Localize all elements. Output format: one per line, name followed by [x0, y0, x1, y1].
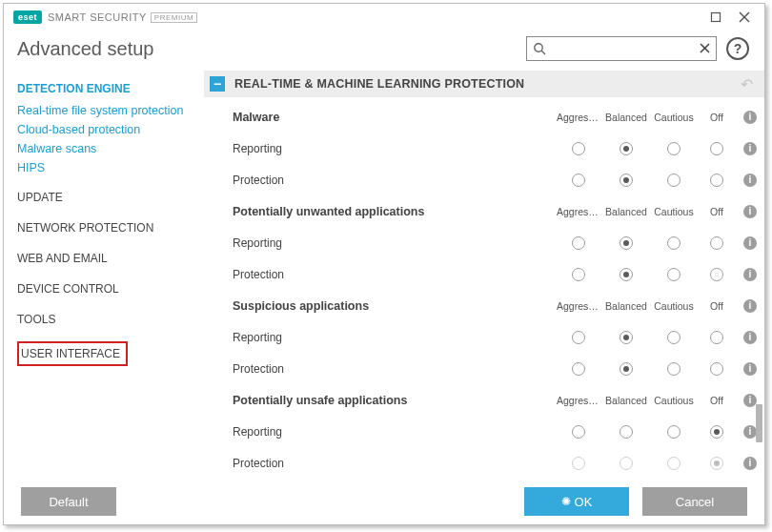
- sidebar-cat-update[interactable]: UPDATE: [17, 185, 204, 210]
- footer: Default ✺ OK Cancel: [4, 479, 764, 524]
- header-row: Advanced setup ?: [4, 31, 764, 71]
- column-header: Balanced: [602, 395, 650, 406]
- sidebar-sub-malware-scans[interactable]: Malware scans: [17, 139, 204, 158]
- radio-option: [710, 457, 723, 470]
- row-label: Reporting: [233, 142, 555, 155]
- svg-line-4: [541, 51, 545, 54]
- scrollbar-thumb[interactable]: [756, 404, 762, 442]
- sidebar-cat-tools[interactable]: TOOLS: [17, 307, 204, 332]
- radio-option[interactable]: [710, 268, 723, 281]
- sidebar-sub-cloud-based-protection[interactable]: Cloud-based protection: [17, 120, 204, 139]
- radio-option[interactable]: [620, 174, 633, 187]
- sidebar: DETECTION ENGINE Real-time file system p…: [4, 71, 204, 479]
- sidebar-cat-device-control[interactable]: DEVICE CONTROL: [17, 276, 204, 301]
- radio-option[interactable]: [572, 425, 585, 439]
- x-icon: [700, 43, 710, 53]
- radio-option[interactable]: [620, 142, 633, 155]
- radio-option[interactable]: [572, 142, 585, 155]
- main-panel: − REAL-TIME & MACHINE LEARNING PROTECTIO…: [204, 71, 764, 479]
- radio-option[interactable]: [572, 331, 585, 344]
- search-input[interactable]: [546, 42, 698, 55]
- radio-option[interactable]: [572, 362, 585, 376]
- group-label: Potentially unsafe applications: [233, 394, 555, 407]
- sidebar-cat-detection-engine[interactable]: DETECTION ENGINE: [17, 76, 204, 101]
- row-label: Protection: [233, 268, 555, 281]
- column-header: Off: [698, 300, 736, 312]
- row-label: Protection: [233, 457, 555, 470]
- column-header: Off: [698, 395, 736, 406]
- column-header: Aggress...: [555, 206, 602, 217]
- radio-option[interactable]: [572, 174, 585, 187]
- undo-icon[interactable]: ↶: [741, 75, 753, 93]
- radio-option[interactable]: [667, 236, 681, 250]
- svg-rect-0: [712, 13, 721, 22]
- column-header: Cautious: [650, 206, 698, 217]
- radio-option[interactable]: [620, 425, 633, 439]
- radio-option[interactable]: [710, 425, 723, 439]
- radio-option[interactable]: [620, 362, 633, 376]
- column-header: Aggress...: [555, 395, 602, 406]
- section-header: − REAL-TIME & MACHINE LEARNING PROTECTIO…: [204, 71, 764, 97]
- radio-option[interactable]: [620, 331, 633, 344]
- cancel-button[interactable]: Cancel: [642, 487, 747, 516]
- app-window: eset SMART SECURITY PREMIUM Advanced set…: [3, 3, 765, 525]
- group-label: Suspicious applications: [233, 299, 555, 313]
- radio-option[interactable]: [667, 142, 681, 155]
- ok-label: OK: [575, 495, 593, 509]
- help-button[interactable]: ?: [726, 37, 749, 60]
- radio-option[interactable]: [667, 425, 681, 439]
- square-icon: [710, 11, 721, 23]
- body: DETECTION ENGINE Real-time file system p…: [4, 71, 764, 479]
- radio-option[interactable]: [572, 236, 585, 250]
- radio-option[interactable]: [710, 362, 723, 376]
- section-title: REAL-TIME & MACHINE LEARNING PROTECTION: [234, 77, 524, 91]
- minimize-button[interactable]: [701, 8, 730, 27]
- sidebar-sub-hips[interactable]: HIPS: [17, 158, 204, 177]
- minus-icon: −: [213, 76, 221, 92]
- group-label: Malware: [233, 111, 555, 124]
- row-label: Protection: [233, 362, 555, 376]
- radio-option: [620, 457, 633, 470]
- sidebar-cat-web-and-email[interactable]: WEB AND EMAIL: [17, 246, 204, 271]
- question-icon: ?: [734, 41, 742, 56]
- collapse-button[interactable]: −: [210, 76, 225, 92]
- default-button[interactable]: Default: [21, 487, 116, 516]
- edition-badge: PREMIUM: [151, 12, 197, 23]
- close-button[interactable]: [730, 8, 759, 27]
- titlebar: eset SMART SECURITY PREMIUM: [4, 4, 764, 31]
- column-header: Balanced: [602, 206, 650, 217]
- radio-option[interactable]: [710, 331, 723, 344]
- settings-grid: MalwareAggress...BalancedCautiousOffiRep…: [204, 97, 764, 479]
- radio-option[interactable]: [667, 174, 681, 187]
- gear-icon: ✺: [561, 495, 571, 508]
- radio-option[interactable]: [710, 236, 723, 250]
- search-clear-button[interactable]: [698, 41, 712, 56]
- sidebar-sub-real-time-file-system-protection[interactable]: Real-time file system protection: [17, 101, 204, 120]
- column-header: Off: [698, 112, 736, 123]
- column-header: Aggress...: [555, 300, 602, 312]
- row-label: Protection: [233, 174, 555, 187]
- product-name: SMART SECURITY: [48, 11, 147, 23]
- column-header: Aggress...: [555, 112, 602, 123]
- radio-option: [572, 457, 585, 470]
- radio-option[interactable]: [572, 268, 585, 281]
- radio-option[interactable]: [710, 142, 723, 155]
- scrollbar[interactable]: [755, 99, 762, 479]
- page-title: Advanced setup: [17, 38, 526, 60]
- radio-option[interactable]: [667, 268, 681, 281]
- radio-option[interactable]: [710, 174, 723, 187]
- radio-option[interactable]: [620, 236, 633, 250]
- column-header: Balanced: [602, 300, 650, 312]
- radio-option[interactable]: [667, 362, 681, 376]
- search-icon: [533, 42, 546, 55]
- row-label: Reporting: [233, 331, 555, 344]
- column-header: Cautious: [650, 300, 698, 312]
- ok-button[interactable]: ✺ OK: [524, 487, 629, 516]
- sidebar-cat-network-protection[interactable]: NETWORK PROTECTION: [17, 215, 204, 240]
- svg-point-3: [535, 44, 542, 51]
- sidebar-cat-user-interface[interactable]: USER INTERFACE: [17, 341, 128, 366]
- radio-option: [667, 457, 681, 470]
- radio-option[interactable]: [667, 331, 681, 344]
- search-box[interactable]: [526, 36, 717, 61]
- radio-option[interactable]: [620, 268, 633, 281]
